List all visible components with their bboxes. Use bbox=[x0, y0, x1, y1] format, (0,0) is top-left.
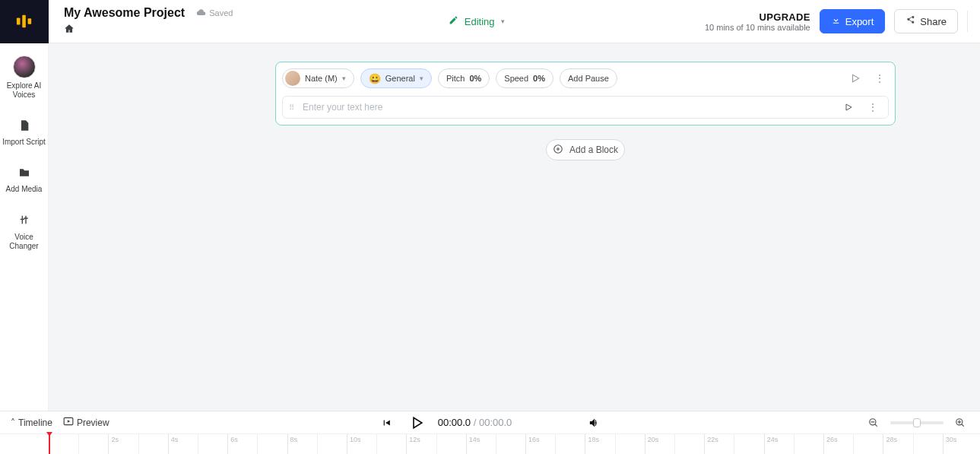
voice-name: Nate (M) bbox=[305, 74, 338, 83]
sidebar-item-explore-voices[interactable]: Explore AI Voices bbox=[0, 52, 49, 103]
ruler-tick: 26s bbox=[823, 434, 838, 454]
ruler-minor-tick bbox=[317, 434, 320, 454]
ruler-minor-tick bbox=[674, 434, 677, 454]
upgrade-label[interactable]: UPGRADE bbox=[705, 11, 810, 23]
pencil-icon bbox=[449, 15, 458, 27]
ruler-minor-tick bbox=[376, 434, 379, 454]
ruler-tick: 14s bbox=[466, 434, 480, 454]
drag-handle-icon[interactable]: ⠿ bbox=[289, 103, 295, 112]
svg-rect-1 bbox=[22, 15, 26, 28]
add-pause-button[interactable]: Add Pause bbox=[560, 68, 617, 88]
ruler-tick: 4s bbox=[168, 434, 179, 454]
chevron-up-icon: ˄ bbox=[11, 417, 15, 428]
ruler-tick: 10s bbox=[347, 434, 361, 454]
mode-switcher[interactable]: Editing ▾ bbox=[248, 15, 705, 27]
project-title[interactable]: My Awesome Project bbox=[64, 6, 185, 20]
block-menu-button[interactable]: ⋮ bbox=[871, 69, 889, 87]
ruler-minor-tick bbox=[198, 434, 201, 454]
current-time: 00:00.0 bbox=[438, 417, 471, 428]
speed-control[interactable]: Speed 0% bbox=[496, 68, 553, 88]
mode-label: Editing bbox=[465, 16, 495, 27]
zoom-slider[interactable] bbox=[890, 421, 944, 424]
preview-label: Preview bbox=[77, 417, 109, 428]
home-icon[interactable] bbox=[64, 23, 75, 36]
ruler-tick: 30s bbox=[943, 434, 957, 454]
playhead[interactable] bbox=[49, 434, 50, 454]
voice-selector[interactable]: Nate (M) ▾ bbox=[282, 68, 354, 88]
chevron-down-icon: ▾ bbox=[342, 75, 346, 82]
ruler-tick: 6s bbox=[227, 434, 238, 454]
preview-toggle[interactable]: Preview bbox=[63, 417, 109, 428]
ruler-tick: 18s bbox=[585, 434, 599, 454]
zoom-in-button[interactable] bbox=[951, 414, 969, 432]
svg-rect-0 bbox=[17, 17, 21, 24]
line-menu-button[interactable]: ⋮ bbox=[864, 98, 882, 116]
add-pause-label: Add Pause bbox=[568, 74, 609, 83]
share-label: Share bbox=[920, 16, 947, 27]
ruler-minor-tick bbox=[615, 434, 618, 454]
cloud-saved-icon bbox=[195, 8, 206, 17]
smiley-icon: 😀 bbox=[369, 73, 381, 84]
timeline-toggle[interactable]: ˄ Timeline bbox=[11, 417, 52, 428]
ruler-tick: 28s bbox=[883, 434, 897, 454]
ruler-minor-tick bbox=[138, 434, 141, 454]
sidebar-item-voice-changer[interactable]: Voice Changer bbox=[0, 211, 49, 253]
ruler-tick: 2s bbox=[108, 434, 119, 454]
timeline-label: Timeline bbox=[18, 417, 52, 428]
ruler-minor-tick bbox=[78, 434, 81, 454]
speed-label: Speed bbox=[504, 74, 528, 83]
pitch-value: 0% bbox=[469, 74, 481, 83]
ruler-minor-tick bbox=[794, 434, 797, 454]
ruler-tick: 8s bbox=[287, 434, 298, 454]
ruler-minor-tick bbox=[257, 434, 260, 454]
style-selector[interactable]: 😀 General ▾ bbox=[360, 68, 432, 88]
ruler-tick: 16s bbox=[525, 434, 540, 454]
total-time: 00:00.0 bbox=[479, 417, 512, 428]
avatar-icon bbox=[13, 56, 36, 78]
share-icon bbox=[905, 15, 915, 27]
ruler-tick: 22s bbox=[704, 434, 718, 454]
plus-circle-icon bbox=[553, 144, 563, 157]
chevron-down-icon: ▾ bbox=[501, 17, 505, 25]
play-block-button[interactable] bbox=[846, 69, 864, 87]
timeline-ruler[interactable]: 2s4s6s8s10s12s14s16s18s20s22s24s26s28s30… bbox=[0, 433, 980, 454]
quota-text: 10 mins of 10 mins available bbox=[705, 23, 810, 32]
svg-rect-2 bbox=[28, 18, 32, 24]
sidebar-item-import-script[interactable]: Import Script bbox=[0, 116, 49, 150]
export-button[interactable]: Export bbox=[820, 9, 886, 33]
ruler-minor-tick bbox=[496, 434, 499, 454]
ruler-minor-tick bbox=[913, 434, 916, 454]
ruler-minor-tick bbox=[555, 434, 558, 454]
sidebar-item-label: Import Script bbox=[2, 138, 46, 147]
voice-avatar-icon bbox=[285, 71, 300, 86]
editor-canvas: Nate (M) ▾ 😀 General ▾ Pitch 0% Speed bbox=[49, 43, 980, 411]
speed-value: 0% bbox=[533, 74, 545, 83]
ruler-minor-tick bbox=[436, 434, 439, 454]
app-logo[interactable] bbox=[0, 0, 49, 43]
add-block-button[interactable]: Add a Block bbox=[546, 139, 625, 160]
divider bbox=[967, 11, 968, 32]
preview-icon bbox=[63, 417, 74, 428]
rewind-button[interactable] bbox=[377, 414, 395, 432]
sidebar-item-add-media[interactable]: Add Media bbox=[0, 164, 49, 197]
ruler-tick: 20s bbox=[645, 434, 659, 454]
ruler-tick: 24s bbox=[764, 434, 779, 454]
block-text-input[interactable] bbox=[301, 99, 833, 116]
pitch-control[interactable]: Pitch 0% bbox=[438, 68, 490, 88]
sidebar-item-label: Explore AI Voices bbox=[0, 81, 49, 100]
sidebar-item-label: Add Media bbox=[6, 185, 43, 194]
sidebar-item-label: Voice Changer bbox=[0, 233, 49, 251]
play-line-button[interactable] bbox=[839, 98, 858, 116]
saved-label: Saved bbox=[209, 8, 233, 17]
chevron-down-icon: ▾ bbox=[420, 75, 423, 82]
zoom-out-button[interactable] bbox=[864, 414, 883, 432]
export-label: Export bbox=[845, 16, 874, 27]
ruler-tick: 12s bbox=[406, 434, 420, 454]
play-button[interactable] bbox=[408, 414, 426, 432]
volume-button[interactable] bbox=[585, 414, 603, 432]
download-icon bbox=[831, 15, 841, 27]
ruler-minor-tick bbox=[853, 434, 856, 454]
share-button[interactable]: Share bbox=[894, 9, 958, 33]
ruler-minor-tick bbox=[734, 434, 737, 454]
pitch-label: Pitch bbox=[446, 74, 465, 83]
